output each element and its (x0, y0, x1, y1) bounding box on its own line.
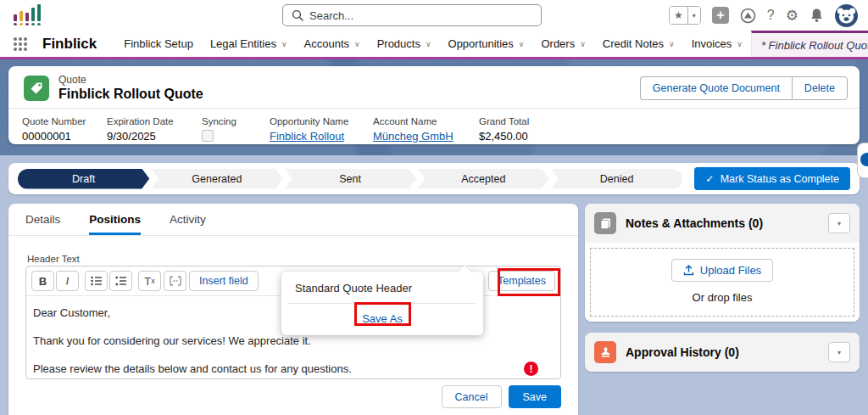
error-icon: ! (524, 362, 538, 376)
editor-paragraph: Please review the details below and cont… (33, 362, 550, 375)
search-icon (292, 9, 303, 21)
app-nav-bar: Finblick Finblick Setup Legal Entities∨ … (0, 31, 868, 59)
guidance-center-icon[interactable] (740, 8, 756, 24)
quote-tag-icon (24, 76, 49, 101)
tab-positions[interactable]: Positions (89, 204, 141, 235)
italic-button[interactable]: I (56, 271, 79, 291)
active-record-tab[interactable]: * Finblick Rollout Quote ∨ ✕ (751, 31, 868, 57)
upload-files-button[interactable]: Upload Files (671, 259, 773, 282)
global-actions-button[interactable]: + (712, 7, 729, 24)
record-highlights-card: Quote Finblick Rollout Quote Generate Qu… (8, 66, 860, 144)
status-path: Draft Generated Sent Accepted Denied (18, 169, 682, 189)
nav-item-credit-notes[interactable]: Credit Notes∨ (594, 31, 683, 57)
detail-tabs: Details Positions Activity (8, 204, 578, 236)
save-as-link[interactable]: Save As (281, 304, 483, 335)
path-step-accepted[interactable]: Accepted (418, 169, 549, 189)
record-title: Finblick Rollout Quote (58, 87, 203, 102)
help-icon[interactable]: ? (767, 8, 775, 23)
docked-panel-icon (860, 153, 868, 166)
docked-panel-tab[interactable] (857, 143, 868, 178)
numbered-list-button[interactable] (109, 271, 132, 291)
file-dropzone[interactable]: Upload Files Or drop files (590, 248, 854, 317)
user-avatar[interactable] (835, 4, 858, 27)
account-link[interactable]: Müncheg GmbH (373, 130, 472, 143)
approval-menu-button[interactable]: ▾ (828, 342, 850, 362)
status-path-card: Draft Generated Sent Accepted Denied ✓ M… (8, 163, 860, 194)
record-detail-card: Details Positions Activity Header Text B… (8, 204, 578, 415)
app-name: Finblick (42, 36, 97, 53)
field-grand-total: Grand Total $2,450.00 (479, 116, 536, 143)
bold-button[interactable]: B (31, 271, 54, 291)
notes-menu-button[interactable]: ▾ (828, 213, 850, 233)
field-expiration-date: Expiration Date 9/30/2025 (107, 116, 202, 143)
right-sidebar: Notes & Attachments (0) ▾ Upload Files O… (585, 204, 860, 383)
opportunity-link[interactable]: Finblick Rollout (270, 130, 366, 143)
template-item-standard-quote-header[interactable]: Standard Quote Header (281, 272, 483, 303)
header-text-field-label: Header Text (27, 254, 80, 264)
nav-item-invoices[interactable]: Invoices∨ (683, 31, 751, 57)
numbered-list-icon (115, 276, 127, 286)
global-search[interactable] (282, 4, 542, 26)
chevron-down-icon[interactable]: ∨ (426, 40, 431, 48)
field-opportunity-name: Opportunity Name Finblick Rollout (270, 116, 373, 143)
approval-stamp-icon (594, 341, 616, 363)
notes-icon (594, 212, 616, 234)
mark-status-complete-button[interactable]: ✓ Mark Status as Complete (694, 167, 850, 190)
chevron-down-icon[interactable]: ∨ (354, 40, 360, 48)
nav-item-finblick-setup[interactable]: Finblick Setup (115, 31, 202, 57)
path-step-generated[interactable]: Generated (151, 169, 282, 189)
editor-paragraph: Thank you for considering our services! … (33, 334, 550, 347)
drop-files-label: Or drop files (693, 291, 753, 304)
insert-field-button[interactable]: Insert field (189, 271, 259, 291)
nav-item-accounts[interactable]: Accounts∨ (296, 31, 369, 57)
app-launcher-icon[interactable] (14, 37, 27, 51)
favorites-star-icon[interactable]: ★ (670, 7, 687, 24)
notes-attachments-card: Notes & Attachments (0) ▾ Upload Files O… (585, 204, 860, 322)
generate-quote-document-button[interactable]: Generate Quote Document (640, 76, 792, 100)
syncing-checkbox (202, 130, 214, 142)
path-step-draft[interactable]: Draft (18, 169, 149, 189)
favorites-button-group[interactable]: ★ ▾ (669, 6, 701, 25)
table-button[interactable] (164, 271, 186, 291)
delete-button[interactable]: Delete (792, 76, 848, 100)
nav-item-products[interactable]: Products∨ (369, 31, 440, 57)
save-button[interactable]: Save (509, 385, 562, 408)
search-input[interactable] (309, 9, 532, 22)
nav-item-orders[interactable]: Orders∨ (532, 31, 593, 57)
approval-history-card: Approval History (0) ▾ (585, 333, 860, 372)
editor-footer: Cancel Save (25, 385, 561, 408)
field-syncing: Syncing (202, 116, 270, 143)
tab-details[interactable]: Details (25, 204, 60, 235)
record-action-group: Generate Quote Document Delete (640, 76, 848, 100)
favorites-caret-icon[interactable]: ▾ (687, 7, 700, 24)
field-account-name: Account Name Müncheg GmbH (373, 116, 479, 143)
bullet-list-button[interactable] (85, 271, 108, 291)
clear-formatting-button[interactable]: Tx (138, 271, 161, 291)
tab-activity[interactable]: Activity (170, 204, 206, 235)
path-step-sent[interactable]: Sent (284, 169, 415, 189)
nav-item-opportunities[interactable]: Opportunities∨ (440, 31, 533, 57)
chevron-down-icon[interactable]: ∨ (737, 40, 743, 48)
approval-card-title: Approval History (0) (626, 345, 739, 359)
templates-button[interactable]: Templates (488, 271, 555, 291)
cancel-button[interactable]: Cancel (442, 385, 502, 408)
active-tab-label: * Finblick Rollout Quote (761, 39, 868, 52)
setup-gear-icon[interactable]: ⚙ (786, 8, 798, 23)
nav-item-legal-entities[interactable]: Legal Entities∨ (202, 31, 296, 57)
bullet-list-icon (91, 276, 103, 286)
path-step-denied[interactable]: Denied (551, 169, 682, 189)
templates-popup: Standard Quote Header Save As (281, 272, 483, 335)
field-quote-number: Quote Number 00000001 (22, 116, 107, 143)
company-logo-icon (14, 5, 41, 25)
check-icon: ✓ (705, 172, 714, 185)
chevron-down-icon[interactable]: ∨ (580, 40, 586, 48)
table-icon (170, 276, 181, 286)
upload-icon (683, 265, 694, 276)
notes-card-title: Notes & Attachments (0) (626, 216, 763, 230)
chevron-down-icon[interactable]: ∨ (519, 40, 525, 48)
chevron-down-icon[interactable]: ∨ (281, 40, 287, 48)
entity-label: Quote (58, 74, 203, 86)
chevron-down-icon[interactable]: ∨ (669, 40, 675, 48)
global-header: ★ ▾ + ? ⚙ (0, 0, 868, 31)
notifications-bell-icon[interactable] (810, 8, 824, 23)
